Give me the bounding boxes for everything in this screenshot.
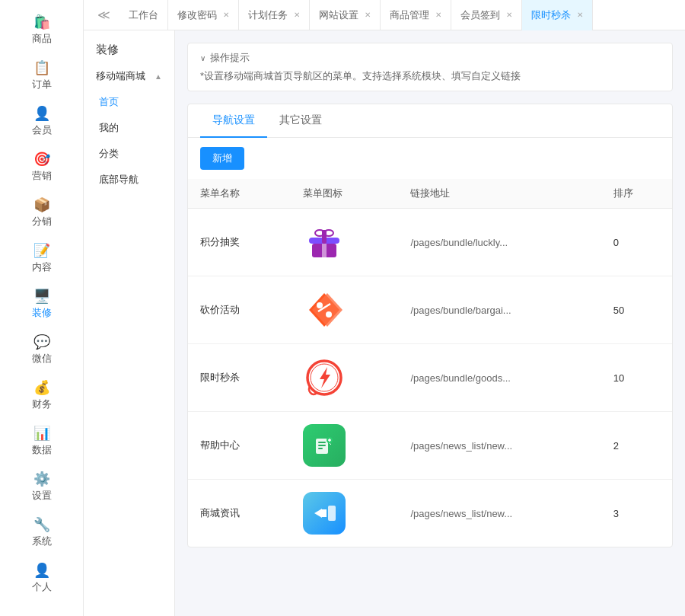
tab-workbench-label: 工作台 — [129, 8, 158, 22]
tab-other-settings-label: 其它设置 — [279, 113, 322, 126]
svg-rect-17 — [318, 448, 323, 449]
personal-icon: 👤 — [33, 563, 50, 577]
tab-change-pwd[interactable]: 修改密码 ✕ — [168, 0, 239, 30]
left-sidebar: 🛍️ 商品 📋 订单 👤 会员 🎯 营销 📦 分销 📝 内容 🖥️ 装修 💬 微… — [0, 0, 84, 616]
tab-close-plan-task[interactable]: ✕ — [294, 11, 300, 19]
settings-tabs: 导航设置 其它设置 — [188, 104, 672, 138]
content-icon: 📝 — [33, 244, 50, 257]
second-sidebar-item-category[interactable]: 分类 — [84, 141, 174, 167]
tab-close-flash-sale[interactable]: ✕ — [577, 11, 583, 19]
cell-link-url: /pages/bundle/bargai... — [398, 276, 601, 344]
content-area: 装修 移动端商城 ▲ 首页 我的 分类 底部导航 — [84, 30, 685, 616]
tab-member-sign[interactable]: 会员签到 ✕ — [451, 0, 522, 30]
cell-link-url: /pages/bundle/luckly... — [398, 209, 601, 276]
tab-change-pwd-label: 修改密码 — [177, 8, 217, 22]
tab-goods-manage-label: 商品管理 — [390, 8, 429, 22]
col-header-menu-name: 菜单名称 — [188, 179, 291, 209]
sidebar-item-personal[interactable]: 👤 个人 — [0, 556, 83, 602]
tips-header-label: 操作提示 — [210, 51, 250, 65]
cell-link-url: /pages/bundle/goods... — [398, 344, 601, 412]
cell-menu-name: 商城资讯 — [188, 480, 291, 547]
sidebar-item-label: 分销 — [32, 215, 52, 228]
sidebar-item-label: 设置 — [32, 489, 52, 503]
second-sidebar-item-home[interactable]: 首页 — [84, 89, 174, 115]
col-header-link-url: 链接地址 — [398, 179, 601, 209]
cell-menu-name: 帮助中心 — [188, 412, 291, 480]
help-icon — [303, 424, 346, 467]
tab-nav-settings[interactable]: 导航设置 — [200, 104, 267, 138]
svg-point-8 — [317, 302, 323, 308]
sidebar-item-decoration[interactable]: 🖥️ 装修 — [0, 282, 83, 327]
tab-other-settings[interactable]: 其它设置 — [267, 104, 334, 138]
sidebar-item-finance[interactable]: 💰 财务 — [0, 373, 83, 419]
sidebar-item-label: 财务 — [32, 397, 52, 411]
system-icon: 🔧 — [33, 518, 50, 531]
sidebar-item-members[interactable]: 👤 会员 — [0, 99, 83, 145]
second-sidebar: 装修 移动端商城 ▲ 首页 我的 分类 底部导航 — [84, 30, 175, 616]
col-header-sort: 排序 — [601, 179, 672, 209]
sidebar-item-system[interactable]: 🔧 系统 — [0, 510, 83, 556]
cell-menu-icon — [291, 276, 398, 344]
chevron-up-icon: ▲ — [155, 72, 162, 81]
tab-close-member-sign[interactable]: ✕ — [506, 11, 512, 19]
news-icon — [303, 492, 346, 535]
tab-close-goods-manage[interactable]: ✕ — [435, 11, 441, 19]
distribution-icon: 📦 — [33, 198, 50, 212]
cell-menu-icon — [291, 412, 398, 480]
add-nav-button[interactable]: 新增 — [200, 147, 244, 170]
tab-flash-sale[interactable]: 限时秒杀 ✕ — [522, 0, 593, 30]
cell-menu-name: 积分抽奖 — [188, 209, 291, 276]
second-sidebar-group-mobile: 移动端商城 ▲ 首页 我的 分类 底部导航 — [84, 63, 174, 193]
sidebar-item-label: 系统 — [32, 535, 52, 548]
tab-close-change-pwd[interactable]: ✕ — [223, 11, 229, 19]
tab-nav-settings-label: 导航设置 — [212, 113, 255, 126]
data-icon: 📊 — [33, 426, 50, 440]
second-sidebar-title: 装修 — [84, 30, 174, 63]
gift-icon — [303, 221, 346, 263]
second-sidebar-group-mobile-header[interactable]: 移动端商城 ▲ — [84, 63, 174, 89]
tips-content: *设置移动端商城首页导航区的菜单。支持选择系统模块、填写自定义链接 — [200, 69, 660, 83]
chevron-down-icon: ∨ — [200, 54, 206, 62]
main-area: ≪ 工作台 修改密码 ✕ 计划任务 ✕ 网站设置 ✕ 商品管理 ✕ 会员签到 ✕… — [84, 0, 685, 616]
sidebar-item-label: 订单 — [32, 78, 52, 91]
sidebar-item-wechat[interactable]: 💬 微信 — [0, 327, 83, 373]
tab-member-sign-label: 会员签到 — [460, 8, 500, 22]
table-row: 砍价活动 /pages/bundle/bargai...50 — [188, 276, 672, 344]
tab-website-settings-label: 网站设置 — [319, 8, 358, 22]
collapse-tabs-button[interactable]: ≪ — [91, 8, 116, 22]
sidebar-item-marketing[interactable]: 🎯 营销 — [0, 145, 83, 190]
tab-plan-task[interactable]: 计划任务 ✕ — [239, 0, 310, 30]
sidebar-item-goods[interactable]: 🛍️ 商品 — [0, 8, 83, 53]
svg-rect-19 — [322, 509, 327, 517]
sidebar-item-content[interactable]: 📝 内容 — [0, 236, 83, 282]
sidebar-item-label: 会员 — [32, 123, 52, 137]
sidebar-item-orders[interactable]: 📋 订单 — [0, 53, 83, 99]
bargain-icon — [303, 289, 346, 331]
cell-sort: 3 — [601, 480, 672, 547]
table-row: 限时秒杀 /pages/bundle/goods...10 — [188, 344, 672, 412]
svg-rect-5 — [322, 244, 327, 257]
nav-table: 菜单名称 菜单图标 链接地址 排序 积分抽奖 /pages/bundle/luc… — [188, 179, 672, 547]
cell-menu-icon — [291, 209, 398, 276]
tab-workbench[interactable]: 工作台 — [119, 0, 168, 30]
tab-close-website-settings[interactable]: ✕ — [365, 11, 371, 19]
tab-plan-task-label: 计划任务 — [248, 8, 288, 22]
cell-menu-icon — [291, 480, 398, 547]
second-sidebar-item-bottom-nav[interactable]: 底部导航 — [84, 167, 174, 193]
cell-sort: 0 — [601, 209, 672, 276]
sidebar-item-distribution[interactable]: 📦 分销 — [0, 190, 83, 236]
tips-header[interactable]: ∨ 操作提示 — [200, 51, 660, 65]
sidebar-item-data[interactable]: 📊 数据 — [0, 419, 83, 464]
second-sidebar-group-mobile-label: 移动端商城 — [96, 69, 145, 83]
col-header-menu-icon: 菜单图标 — [291, 179, 398, 209]
sidebar-item-settings[interactable]: ⚙️ 设置 — [0, 464, 83, 510]
tab-goods-manage[interactable]: 商品管理 ✕ — [381, 0, 451, 30]
second-sidebar-item-mine[interactable]: 我的 — [84, 115, 174, 141]
table-row: 积分抽奖 /pages/bundle/luckly...0 — [188, 209, 672, 276]
sidebar-item-label: 商品 — [32, 32, 52, 46]
settings-card: 导航设置 其它设置 新增 菜单名称 菜单图标 链接地址 排 — [187, 104, 673, 547]
cell-link-url: /pages/news_list/new... — [398, 480, 601, 547]
decoration-icon: 🖥️ — [33, 289, 50, 303]
table-row: 帮助中心 /pages/news_list/new...2 — [188, 412, 672, 480]
tab-website-settings[interactable]: 网站设置 ✕ — [310, 0, 381, 30]
